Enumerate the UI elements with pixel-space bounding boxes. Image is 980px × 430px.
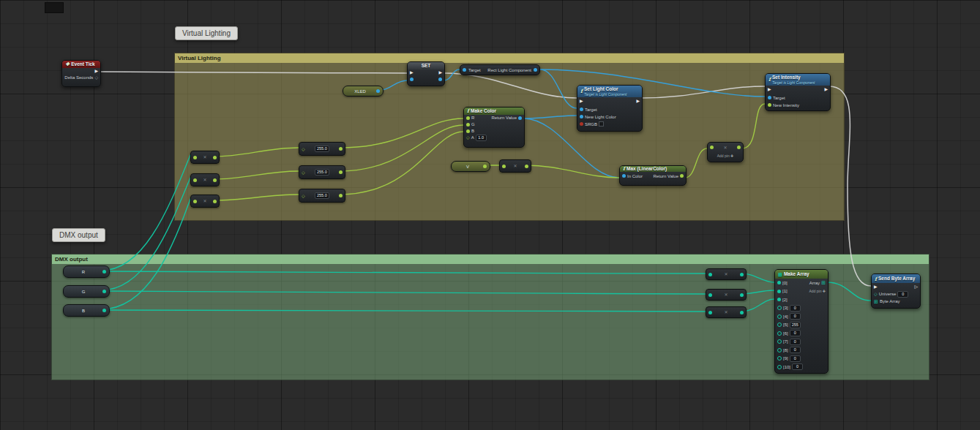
divide-node[interactable]: ◇ 255.0: [299, 142, 345, 156]
b-input-pin[interactable]: [466, 129, 470, 133]
universe-input-pin[interactable]: ◇: [874, 292, 878, 296]
blueprint-graph-canvas[interactable]: Virtual Lighting DMX output: [0, 0, 980, 430]
output-pin[interactable]: [740, 311, 744, 314]
array-element-pin[interactable]: [777, 314, 782, 319]
array-element-pin[interactable]: [777, 365, 782, 369]
multiply-input-pin[interactable]: [710, 146, 714, 149]
input-pin[interactable]: [708, 293, 712, 297]
element-value-field[interactable]: 255: [790, 322, 801, 328]
multiply-output-pin[interactable]: [213, 156, 217, 159]
element-value-field[interactable]: 0: [790, 305, 801, 312]
output-pin[interactable]: [740, 293, 744, 297]
exec-in-pin[interactable]: ▶: [874, 284, 878, 289]
r-input-pin[interactable]: [466, 116, 470, 120]
element-value-field[interactable]: 0: [790, 330, 801, 336]
multiply-output-pin[interactable]: [213, 178, 217, 182]
element-value-field[interactable]: 0: [790, 355, 801, 362]
multiply-output-pin[interactable]: [525, 165, 528, 168]
make-color-node[interactable]: f Make Color R Return Value G B ◇ A 1.0: [463, 107, 525, 148]
byte-array-input-pin[interactable]: ⊞: [874, 299, 878, 304]
array-element-pin[interactable]: [777, 339, 782, 344]
multiply-node[interactable]: ✕: [190, 173, 220, 186]
multiply-input-pin[interactable]: [193, 178, 197, 182]
divide-input-pin[interactable]: ◇: [302, 194, 305, 198]
delta-seconds-pin[interactable]: ◇: [94, 75, 98, 80]
new-light-color-input-pin[interactable]: [580, 115, 583, 118]
g-input-pin[interactable]: [466, 123, 470, 127]
exec-in-pin[interactable]: ▶: [410, 70, 414, 75]
srgb-input-pin[interactable]: [580, 122, 583, 126]
array-element-pin[interactable]: [777, 322, 782, 327]
new-intensity-input-pin[interactable]: [768, 103, 771, 107]
divide-node[interactable]: ◇ 255.0: [299, 165, 345, 179]
multiply-input-pin[interactable]: [193, 200, 197, 203]
rect-light-component-node[interactable]: Target Rect Light Component: [460, 64, 540, 75]
multiply-node[interactable]: ✕: [190, 195, 220, 208]
set-input-pin[interactable]: [410, 78, 414, 81]
divide-input-pin[interactable]: ◇: [302, 170, 305, 175]
divide-value-field[interactable]: 255.0: [315, 192, 329, 199]
element-value-field[interactable]: 0: [790, 313, 801, 320]
divide-node[interactable]: ◇ 255.0: [299, 189, 345, 203]
byte-convert-node[interactable]: ✕: [706, 289, 747, 301]
a-value-field[interactable]: 1.0: [476, 135, 487, 141]
target-input-pin[interactable]: [768, 96, 771, 99]
target-input-pin[interactable]: [463, 68, 466, 72]
array-element-pin[interactable]: [777, 290, 781, 293]
multiply-input-pin[interactable]: [502, 165, 506, 168]
array-element-pin[interactable]: [777, 298, 781, 301]
multiply-node[interactable]: ✕: [499, 159, 531, 173]
return-value-pin[interactable]: [680, 174, 684, 178]
array-element-pin[interactable]: [777, 306, 782, 310]
set-xled-node[interactable]: SET ▶ ▶: [407, 61, 445, 86]
array-element-pin[interactable]: [777, 281, 781, 284]
set-output-pin[interactable]: [438, 78, 442, 81]
target-input-pin[interactable]: [580, 108, 583, 111]
divide-value-field[interactable]: 255.0: [315, 146, 329, 152]
comment-dmx-output-header[interactable]: DMX output: [52, 254, 929, 264]
srgb-checkbox[interactable]: [599, 121, 604, 127]
element-value-field[interactable]: 0: [792, 363, 803, 370]
byte-convert-node[interactable]: ✕: [706, 306, 747, 318]
event-tick-node[interactable]: ❖ Event Tick ▶ Delta Seconds ◇: [61, 60, 101, 87]
input-pin[interactable]: [708, 311, 712, 314]
g-output-pin[interactable]: [102, 290, 106, 293]
set-intensity-node[interactable]: f Set Intensity Target is Light Componen…: [765, 73, 831, 111]
array-output-pin[interactable]: ⊞: [821, 280, 826, 285]
exec-out-pin[interactable]: ▶: [94, 69, 98, 73]
get-b-node[interactable]: B: [63, 304, 110, 317]
get-v-node[interactable]: V: [451, 161, 490, 172]
array-element-pin[interactable]: [777, 348, 782, 352]
rect-light-output-pin[interactable]: [534, 68, 537, 72]
return-value-pin[interactable]: [518, 116, 522, 120]
get-xled-node[interactable]: XLED: [343, 86, 384, 97]
divide-value-field[interactable]: 255.0: [315, 169, 329, 176]
element-value-field[interactable]: 0: [790, 339, 801, 345]
max-linearcolor-node[interactable]: f Max (LinearColor) In Color Return Valu…: [619, 165, 687, 186]
element-value-field[interactable]: 0: [790, 347, 801, 353]
universe-value-field[interactable]: 0: [897, 291, 908, 298]
array-element-pin[interactable]: [777, 331, 782, 336]
get-r-node[interactable]: R: [63, 265, 110, 278]
exec-in-pin[interactable]: ▶: [580, 99, 583, 103]
add-pin-button[interactable]: Add pin ✚: [809, 289, 826, 293]
multiply-addpin-node[interactable]: ✕ Add pin ✚: [707, 142, 744, 162]
b-output-pin[interactable]: [102, 309, 106, 312]
r-output-pin[interactable]: [102, 270, 106, 274]
comment-virtual-lighting-header[interactable]: Virtual Lighting: [175, 53, 844, 63]
exec-in-pin[interactable]: ▶: [768, 87, 771, 91]
divide-input-pin[interactable]: ◇: [302, 147, 305, 151]
byte-convert-node[interactable]: ✕: [706, 268, 747, 280]
make-array-node[interactable]: ⊞ Make Array [0] Array ⊞ [1] Add pin ✚ […: [774, 269, 828, 374]
input-pin[interactable]: [708, 273, 712, 276]
multiply-output-pin[interactable]: [737, 146, 741, 149]
in-color-input-pin[interactable]: [622, 174, 626, 178]
exec-out-pin[interactable]: ▶: [438, 70, 442, 75]
v-output-pin[interactable]: [483, 165, 487, 168]
multiply-output-pin[interactable]: [213, 200, 217, 203]
output-pin[interactable]: [740, 273, 744, 276]
divide-output-pin[interactable]: [339, 194, 343, 197]
xled-output-pin[interactable]: [376, 89, 380, 93]
set-light-color-node[interactable]: f Set Light Color Target is Light Compon…: [577, 85, 643, 132]
divide-output-pin[interactable]: [339, 147, 343, 151]
